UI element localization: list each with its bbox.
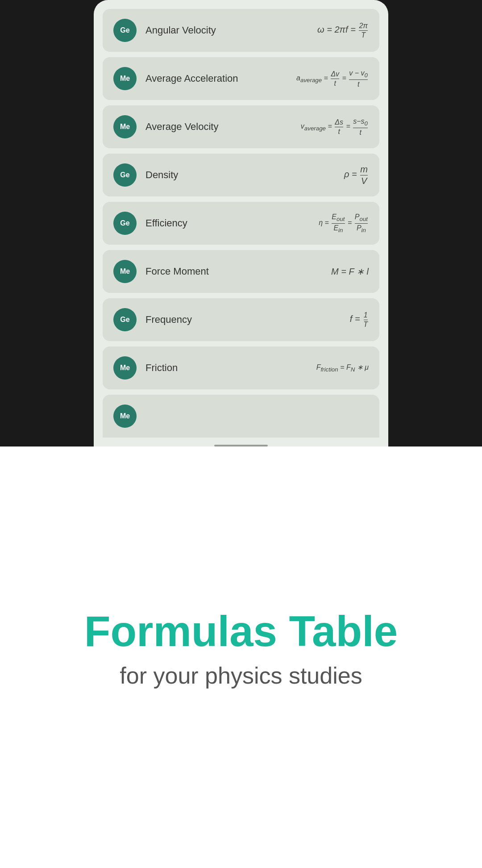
category-badge-ge3: Ge [113, 212, 137, 235]
formula-card-avg-acceleration[interactable]: Me Average Acceleration aaverage = Δvt =… [103, 57, 379, 100]
formula-card-frequency[interactable]: Ge Frequency f = 1T [103, 298, 379, 341]
formula-card-angular-velocity[interactable]: Ge Angular Velocity ω = 2πf = 2πT [103, 9, 379, 52]
formula-math: ω = 2πf = 2πT [317, 21, 369, 39]
formula-math: η = EoutEin = PoutPin [319, 213, 369, 234]
category-badge-me2: Me [113, 115, 137, 138]
category-badge-ge: Ge [113, 19, 137, 42]
formula-card-partial[interactable]: Me [103, 395, 379, 438]
formula-card-force-moment[interactable]: Me Force Moment M = F ∗ l [103, 250, 379, 293]
formula-name: Force Moment [145, 266, 322, 277]
formula-card-friction[interactable]: Me Friction Ffriction = FN ∗ μ [103, 346, 379, 389]
formula-name: Efficiency [145, 217, 310, 229]
formula-math: M = F ∗ l [331, 266, 369, 277]
formula-name: Density [145, 169, 335, 181]
formula-card-efficiency[interactable]: Ge Efficiency η = EoutEin = PoutPin [103, 202, 379, 245]
formula-name: Angular Velocity [145, 25, 308, 36]
formula-name: Average Velocity [145, 121, 292, 133]
formula-math: Ffriction = FN ∗ μ [316, 363, 369, 373]
category-badge-ge2: Ge [113, 163, 137, 187]
formula-math: ρ = mV [344, 164, 369, 186]
formula-math: vaverage = Δst = s−s0t [301, 117, 369, 137]
formula-name: Friction [145, 362, 307, 374]
formula-name: Frequency [145, 314, 341, 326]
category-badge-ge4: Ge [113, 308, 137, 331]
app-subtitle: for your physics studies [120, 662, 362, 689]
category-badge-me3: Me [113, 260, 137, 283]
formula-name: Average Acceleration [145, 73, 287, 84]
app-main-title: Formulas Table [84, 608, 398, 655]
formula-math: f = 1T [350, 311, 369, 329]
formula-math: aaverage = Δvt = v − v0t [296, 69, 369, 88]
scroll-indicator [214, 445, 268, 447]
category-badge-partial: Me [113, 405, 137, 428]
category-badge-me4: Me [113, 356, 137, 380]
formula-list: Ge Angular Velocity ω = 2πf = 2πT Me Ave… [103, 9, 379, 438]
bottom-section: Formulas Table for your physics studies [0, 447, 482, 868]
phone-screen: Ge Angular Velocity ω = 2πf = 2πT Me Ave… [94, 0, 388, 447]
formula-card-avg-velocity[interactable]: Me Average Velocity vaverage = Δst = s−s… [103, 105, 379, 148]
formula-card-density[interactable]: Ge Density ρ = mV [103, 154, 379, 196]
category-badge-me: Me [113, 67, 137, 90]
